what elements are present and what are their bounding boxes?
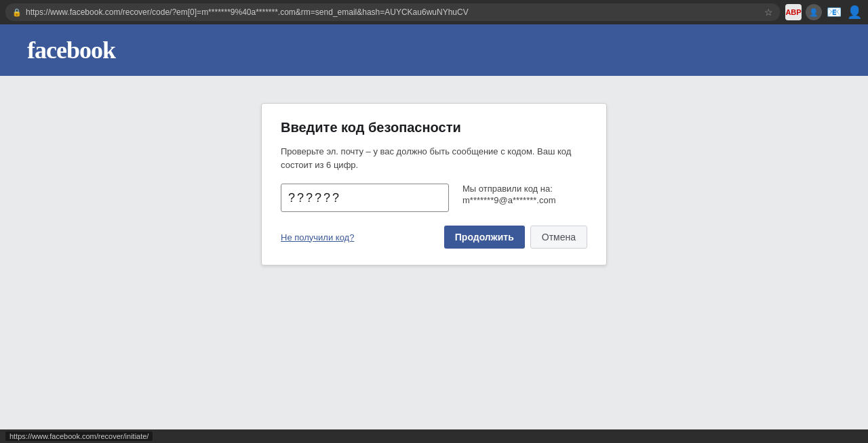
bookmark-icon[interactable]: ☆ <box>764 7 773 18</box>
browser-chrome: 🔒 https://www.facebook.com/recover/code/… <box>0 0 868 24</box>
sent-to-container: Мы отправили код на: m*******9@a*******.… <box>462 184 555 205</box>
footer-buttons: Продолжить Отмена <box>444 226 587 249</box>
security-code-dialog: Введите код безопасности Проверьте эл. п… <box>261 103 607 266</box>
status-url: https://www.facebook.com/recover/initiat… <box>5 431 153 441</box>
page-body: Введите код безопасности Проверьте эл. п… <box>0 76 868 429</box>
user-extension-2[interactable]: 📧 <box>826 4 842 20</box>
no-code-link[interactable]: Не получили код? <box>281 232 354 242</box>
dialog-title: Введите код безопасности <box>281 120 587 135</box>
sent-to-email: m*******9@a*******.com <box>462 195 555 205</box>
abp-extension[interactable]: ABP <box>785 4 802 20</box>
security-code-input[interactable] <box>281 184 449 212</box>
input-row: Мы отправили код на: m*******9@a*******.… <box>281 184 587 212</box>
continue-button[interactable]: Продолжить <box>444 226 525 249</box>
dialog-description: Проверьте эл. почту – у вас должно быть … <box>281 145 587 171</box>
address-bar-container[interactable]: 🔒 https://www.facebook.com/recover/code/… <box>5 3 780 21</box>
lock-icon: 🔒 <box>12 8 22 17</box>
dialog-footer: Не получили код? Продолжить Отмена <box>281 226 587 249</box>
browser-extensions: ABP 👤 📧 👤 <box>785 4 863 20</box>
user-extension-1[interactable]: 👤 <box>806 4 822 20</box>
profile-icon[interactable]: 👤 <box>846 4 863 20</box>
fb-logo[interactable]: facebook <box>27 36 115 64</box>
cancel-button[interactable]: Отмена <box>530 226 587 249</box>
address-bar-url[interactable]: https://www.facebook.com/recover/code/?e… <box>26 7 760 17</box>
status-bar: https://www.facebook.com/recover/initiat… <box>0 429 868 443</box>
fb-header: facebook <box>0 24 868 76</box>
sent-to-label: Мы отправили код на: <box>462 184 555 194</box>
